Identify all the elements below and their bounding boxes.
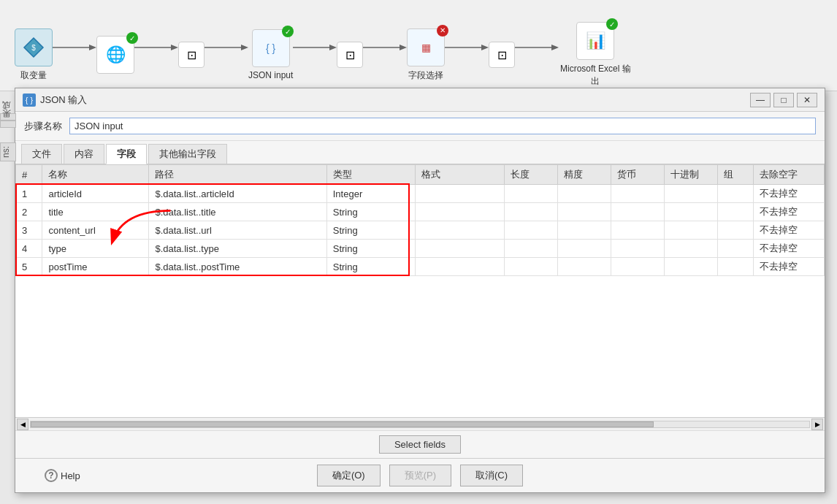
svg-text:$: $ xyxy=(31,44,36,52)
table-wrapper: # 名称 路径 类型 格式 长度 精度 货币 十进制 组 去除空字 1artic… xyxy=(15,164,825,417)
dialog-controls: — □ ✕ xyxy=(750,93,817,107)
pipeline-node-var[interactable]: $ 取变量 xyxy=(15,28,53,82)
dialog-title: { } JSON 输入 xyxy=(23,93,87,107)
table-row[interactable]: 4type$.data.list..typeString不去掉空 xyxy=(16,240,825,258)
left-sidebar: 成 果 ns: xyxy=(0,113,16,161)
fields-table: # 名称 路径 类型 格式 长度 精度 货币 十进制 组 去除空字 1artic… xyxy=(15,164,825,276)
confirm-button[interactable]: 确定(O) xyxy=(317,465,381,486)
pipeline-node[interactable]: 📊 ✓ Microsoft Excel 输出 xyxy=(559,22,632,88)
col-header-decimal: 十进制 xyxy=(664,165,717,185)
col-header-format: 格式 xyxy=(416,165,505,185)
help-button[interactable]: ? Help xyxy=(45,469,80,482)
table-row[interactable]: 3content_url$.data.list..urlString不去掉空 xyxy=(16,221,825,240)
svg-marker-15 xyxy=(551,45,559,50)
step-name-row: 步骤名称 xyxy=(15,112,825,141)
dialog-content: # 名称 路径 类型 格式 长度 精度 货币 十进制 组 去除空字 1artic… xyxy=(15,164,825,458)
pipeline-area: $ 取变量 🌐 ✓ ⊡ { } ✓ xyxy=(0,0,837,91)
tab-content[interactable]: 内容 xyxy=(64,144,104,164)
table-row[interactable]: 2title$.data.list..titleString不去掉空 xyxy=(16,203,825,221)
pipeline-container: $ 取变量 🌐 ✓ ⊡ { } ✓ xyxy=(0,0,837,95)
pipeline-arrow xyxy=(53,40,96,69)
pipeline-node[interactable]: { } ✓ JSON input xyxy=(248,29,293,80)
pipeline-node[interactable]: ▦ ✕ 字段选择 xyxy=(407,28,445,82)
table-row[interactable]: 1articleId$.data.list..articleIdInteger不… xyxy=(16,185,825,203)
select-fields-button[interactable]: Select fields xyxy=(379,435,461,454)
pipeline-arrow xyxy=(515,40,559,69)
close-button[interactable]: ✕ xyxy=(797,93,817,107)
svg-marker-3 xyxy=(89,45,96,50)
sidebar-label-3: ns: xyxy=(0,142,16,161)
pipeline-arrow xyxy=(363,40,407,69)
col-header-hash: # xyxy=(16,165,42,185)
tabs-row: 文件 内容 字段 其他输出字段 xyxy=(15,141,825,164)
svg-marker-7 xyxy=(241,45,248,50)
svg-marker-13 xyxy=(481,45,489,50)
col-header-type: 类型 xyxy=(326,165,416,185)
pipeline-arrow xyxy=(205,40,248,69)
maximize-button[interactable]: □ xyxy=(773,93,794,107)
pipeline-node[interactable]: ⊡ xyxy=(337,42,363,68)
pipeline-arrow xyxy=(445,40,489,69)
col-header-group: 组 xyxy=(717,165,753,185)
step-name-label: 步骤名称 xyxy=(24,120,62,133)
dialog-title-text: JSON 输入 xyxy=(40,93,87,107)
pipeline-node[interactable]: ⊡ xyxy=(489,42,515,68)
scroll-right-btn[interactable]: ▶ xyxy=(811,419,823,430)
dialog-title-icon: { } xyxy=(23,93,36,107)
step-name-input[interactable] xyxy=(69,118,816,134)
cancel-button[interactable]: 取消(C) xyxy=(460,465,523,486)
sidebar-label-2: 果 xyxy=(0,121,16,128)
pipeline-arrow xyxy=(134,40,178,69)
svg-marker-9 xyxy=(329,45,337,50)
dialog-titlebar: { } JSON 输入 — □ ✕ xyxy=(15,88,825,112)
pipeline-arrow xyxy=(293,40,337,69)
scroll-bar-area[interactable]: ◀ ▶ xyxy=(15,417,825,430)
scroll-left-btn[interactable]: ◀ xyxy=(17,419,28,430)
tab-other-output[interactable]: 其他输出字段 xyxy=(148,144,227,164)
table-row[interactable]: 5postTime$.data.list..postTimeString不去掉空 xyxy=(16,258,825,276)
dialog-footer: ? Help 确定(O) 预览(P) 取消(C) xyxy=(15,458,825,492)
scroll-thumb[interactable] xyxy=(31,421,654,427)
svg-marker-11 xyxy=(400,45,407,50)
pipeline-node[interactable]: ⊡ xyxy=(178,42,205,68)
col-header-precision: 精度 xyxy=(558,165,611,185)
help-label: Help xyxy=(61,470,80,481)
json-input-dialog: { } JSON 输入 — □ ✕ 步骤名称 文件 内容 字段 其他输出字段 xyxy=(15,88,825,493)
svg-marker-5 xyxy=(171,45,178,50)
table-header-row: # 名称 路径 类型 格式 长度 精度 货币 十进制 组 去除空字 xyxy=(16,165,825,185)
sidebar-label-1: 成 xyxy=(0,113,16,121)
tab-file[interactable]: 文件 xyxy=(21,144,62,164)
col-header-path: 路径 xyxy=(149,165,326,185)
col-header-currency: 货币 xyxy=(611,165,664,185)
col-header-name: 名称 xyxy=(42,165,149,185)
help-icon: ? xyxy=(45,469,58,482)
select-fields-row: Select fields xyxy=(15,430,825,458)
table-body: 1articleId$.data.list..articleIdInteger不… xyxy=(16,185,825,276)
col-header-trim: 去除空字 xyxy=(753,165,824,185)
tab-fields[interactable]: 字段 xyxy=(106,144,147,164)
scroll-track[interactable] xyxy=(30,421,810,428)
pipeline-node[interactable]: 🌐 ✓ xyxy=(96,36,134,74)
preview-button[interactable]: 预览(P) xyxy=(389,465,451,486)
minimize-button[interactable]: — xyxy=(750,93,771,107)
col-header-length: 长度 xyxy=(505,165,558,185)
